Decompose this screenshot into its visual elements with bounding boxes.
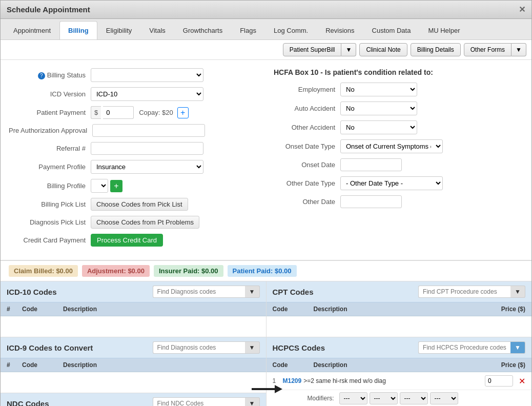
patient-payment-input[interactable] [103, 106, 134, 119]
payment-profile-row: Payment Profile Insurance [9, 160, 258, 174]
employment-select[interactable]: No [340, 83, 417, 96]
billing-status-info-icon[interactable]: ? [38, 72, 45, 79]
modifier-select-4[interactable]: --- [430, 392, 458, 404]
employment-label: Employment [274, 86, 340, 93]
billing-profile-row: Billing Profile + [9, 179, 258, 193]
copay-text: Copay: $20 [139, 109, 173, 116]
hcpcs-col-code: Code [273, 361, 314, 369]
ndc-section-header: NDC Codes ▼ [1, 393, 266, 406]
window-title: Schedule Appointment [7, 5, 90, 14]
cpt-col-code: Code [273, 306, 314, 313]
diagnosis-pick-list-button[interactable]: Choose Codes from Pt Problems [91, 216, 199, 229]
billing-form: ?Billing Status ICD Version ICD-10 Patie… [1, 60, 531, 260]
billing-profile-select[interactable] [91, 179, 108, 193]
tab-revisions[interactable]: Revisions [317, 21, 363, 39]
code-sections: ICD-10 Codes ▼ # Code Description ICD-9 … [1, 281, 531, 406]
main-window: Schedule Appointment ✕ Appointment Billi… [0, 0, 532, 406]
icd10-col-desc: Description [63, 306, 260, 313]
arrow-icon [252, 381, 282, 397]
other-date-input[interactable] [340, 195, 402, 208]
ndc-title: NDC Codes [7, 399, 49, 407]
left-form: ?Billing Status ICD Version ICD-10 Patie… [9, 68, 258, 252]
onset-date-input[interactable] [340, 158, 402, 171]
icd10-find-arrow[interactable]: ▼ [245, 286, 260, 298]
process-credit-card-button[interactable]: Process Credit Card [91, 234, 163, 247]
tab-eligibility[interactable]: Eligibility [97, 21, 141, 39]
diagnosis-pick-list-row: Diagnosis Pick List Choose Codes from Pt… [9, 216, 258, 229]
onset-date-label: Onset Date [274, 161, 340, 169]
tab-flags[interactable]: Flags [231, 21, 265, 39]
patient-superbill-button[interactable]: Patient SuperBill [283, 43, 342, 56]
icd9-find-input[interactable] [153, 341, 245, 354]
other-forms-dropdown[interactable]: ▼ [511, 43, 526, 56]
cpt-col-price: Price ($) [484, 306, 525, 313]
tab-vitals[interactable]: Vitals [140, 21, 174, 39]
ndc-find-input[interactable] [153, 397, 245, 406]
hcpcs-price-wrap [485, 375, 516, 387]
ndc-find-arrow[interactable]: ▼ [245, 397, 260, 406]
billing-status-select[interactable] [91, 68, 203, 82]
hcpcs-col-price: Price ($) [484, 361, 525, 369]
tab-growthcharts[interactable]: Growthcharts [174, 21, 231, 39]
hcpcs-code-link[interactable]: M1209 [283, 377, 302, 384]
other-accident-select[interactable]: No [340, 120, 417, 134]
billing-profile-controls: + [91, 179, 122, 193]
icd10-title: ICD-10 Codes [7, 288, 57, 296]
referral-input[interactable] [91, 142, 203, 155]
clinical-note-button[interactable]: Clinical Note [359, 43, 407, 56]
hcpcs-code: M1209 [283, 377, 302, 384]
tab-billing[interactable]: Billing [59, 21, 97, 39]
billing-pick-list-button[interactable]: Choose Codes from Pick List [91, 198, 188, 211]
icd-version-label: ICD Version [9, 90, 91, 98]
modifier-select-2[interactable]: --- [370, 392, 398, 404]
employment-row: Employment No [274, 83, 523, 96]
payment-profile-select[interactable]: Insurance [91, 160, 203, 174]
other-date-type-select[interactable]: - Other Date Type - [340, 176, 443, 190]
summary-bar: Claim Billed: $0.00 Adjustment: $0.00 In… [1, 260, 531, 281]
billing-details-button[interactable]: Billing Details [411, 43, 461, 56]
add-payment-button[interactable]: + [177, 107, 189, 118]
auto-accident-select[interactable]: No [340, 102, 417, 115]
cpt-title: CPT Codes [273, 288, 314, 296]
hcfa-title: HCFA Box 10 - Is patient's condition rel… [274, 68, 523, 76]
ndc-section: NDC Codes ▼ NDC Code Quantity Units Line… [1, 393, 266, 406]
tab-appointment[interactable]: Appointment [5, 21, 59, 39]
hcpcs-delete-button[interactable]: ✕ [519, 376, 525, 386]
other-accident-label: Other Accident [274, 124, 340, 131]
icd10-find-input[interactable] [153, 286, 245, 298]
hcpcs-section-header: HCPCS Codes ▼ [267, 337, 532, 358]
hcpcs-find-wrap: ▼ [418, 341, 525, 354]
modifiers-label: Modifiers: [273, 395, 339, 402]
hcpcs-title: HCPCS Codes [273, 343, 325, 352]
referral-row: Referral # [9, 142, 258, 155]
patient-payment-row: Patient Payment $ Copay: $20 + [9, 106, 258, 119]
icd9-find-arrow[interactable]: ▼ [245, 341, 260, 354]
patient-superbill-dropdown[interactable]: ▼ [341, 43, 356, 56]
modifier-select-1[interactable]: --- [339, 392, 367, 404]
cpt-find-input[interactable] [418, 286, 510, 298]
close-button[interactable]: ✕ [519, 5, 525, 14]
payment-row: $ Copay: $20 + [91, 106, 189, 119]
cpt-find-arrow[interactable]: ▼ [510, 286, 525, 298]
payment-profile-label: Payment Profile [9, 163, 91, 171]
hcpcs-find-input[interactable] [418, 341, 510, 354]
other-forms-button[interactable]: Other Forms [464, 43, 511, 56]
tab-log-comm[interactable]: Log Comm. [265, 21, 317, 39]
cpt-table-body [267, 316, 532, 337]
onset-date-type-select[interactable]: Onset of Current Symptoms o [340, 139, 443, 153]
hcpcs-find-arrow[interactable]: ▼ [510, 341, 525, 354]
cpt-find-wrap: ▼ [418, 286, 525, 298]
adjustment-badge: Adjustment: $0.00 [82, 265, 150, 277]
icd9-title: ICD-9 Codes to Convert [7, 343, 93, 352]
tab-mu-helper[interactable]: MU Helper [419, 21, 468, 39]
pre-auth-input[interactable] [92, 124, 205, 137]
modifier-selects: --- --- --- --- [339, 392, 458, 404]
hcpcs-price-input[interactable] [485, 375, 513, 387]
billing-profile-add-button[interactable]: + [110, 180, 122, 192]
svg-marker-1 [275, 385, 282, 393]
tab-custom-data[interactable]: Custom Data [363, 21, 420, 39]
hcpcs-table-row: 1 M1209 >=2 same hi-rsk med w/o diag ✕ [267, 372, 532, 390]
icd-version-select[interactable]: ICD-10 [91, 87, 203, 101]
title-bar: Schedule Appointment ✕ [1, 1, 531, 19]
modifier-select-3[interactable]: --- [400, 392, 428, 404]
